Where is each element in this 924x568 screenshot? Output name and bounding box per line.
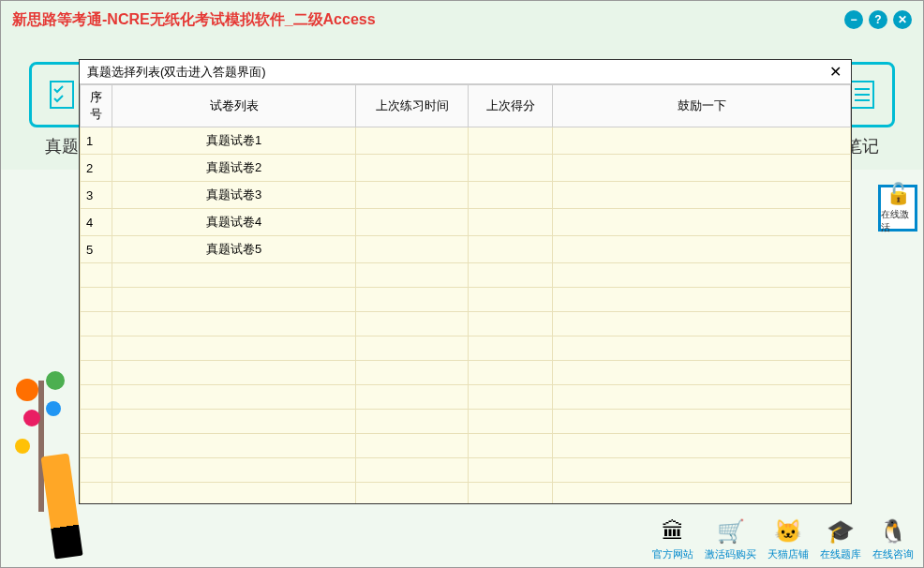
link-icon: 🐱 (771, 517, 805, 546)
bottom-link-在线咨询[interactable]: 🐧在线咨询 (872, 517, 914, 561)
modal-title: 真题选择列表(双击进入答题界面) (87, 64, 266, 81)
link-icon: 🐧 (876, 517, 910, 546)
activate-label: 在线激活 (881, 208, 915, 234)
link-label: 天猫店铺 (768, 547, 809, 561)
bottom-links: 🏛官方网站🛒激活码购买🐱天猫店铺🎓在线题库🐧在线咨询 (652, 517, 914, 561)
table-row-empty (81, 385, 851, 410)
col-header-score[interactable]: 上次得分 (469, 85, 553, 127)
cell-name: 真题试卷1 (112, 127, 356, 155)
table-header-row: 序号 试卷列表 上次练习时间 上次得分 鼓励一下 (81, 85, 851, 127)
minimize-button[interactable]: − (844, 10, 863, 29)
table-row-empty (81, 361, 851, 385)
cell-no: 5 (81, 236, 112, 263)
titlebar: 新思路等考通-NCRE无纸化考试模拟软件_二级Access − ? ✕ (1, 1, 923, 38)
cell-encourage (553, 236, 851, 263)
table-row[interactable]: 5真题试卷5 (81, 236, 851, 263)
table-row-empty (81, 410, 851, 434)
cell-name: 真题试卷2 (112, 155, 356, 182)
cell-score (469, 155, 553, 182)
table-row-empty (81, 288, 851, 312)
svg-point-8 (23, 410, 40, 426)
cell-no: 1 (81, 127, 112, 155)
cell-score (469, 209, 553, 236)
cell-encourage (553, 155, 851, 182)
svg-rect-0 (51, 82, 73, 108)
window-controls: − ? ✕ (844, 10, 912, 29)
col-header-time[interactable]: 上次练习时间 (356, 85, 469, 127)
modal-body: 序号 试卷列表 上次练习时间 上次得分 鼓励一下 1真题试卷12真题试卷23真题… (80, 84, 851, 503)
cell-score (469, 236, 553, 263)
table-row-empty (81, 434, 851, 458)
link-icon: 🏛 (656, 517, 690, 546)
svg-point-9 (46, 401, 61, 416)
svg-point-6 (16, 379, 38, 401)
cell-score (469, 127, 553, 155)
svg-point-7 (46, 371, 65, 390)
table-row[interactable]: 4真题试卷4 (81, 209, 851, 236)
lock-icon: 🔓 (886, 182, 911, 206)
modal-header: 真题选择列表(双击进入答题界面) ✕ (80, 60, 851, 84)
modal-close-button[interactable]: ✕ (827, 63, 843, 81)
table-row[interactable]: 2真题试卷2 (81, 155, 851, 182)
link-label: 激活码购买 (705, 547, 756, 561)
bottom-link-天猫店铺[interactable]: 🐱天猫店铺 (768, 517, 809, 561)
bottom-link-激活码购买[interactable]: 🛒激活码购买 (705, 517, 756, 561)
table-row-empty (81, 458, 851, 483)
cell-time (356, 127, 469, 155)
table-row-empty (81, 483, 851, 504)
table-row[interactable]: 3真题试卷3 (81, 182, 851, 209)
exam-list-modal: 真题选择列表(双击进入答题界面) ✕ 序号 试卷列表 上次练习时间 上次得分 鼓… (79, 59, 852, 504)
table-row-empty (81, 263, 851, 288)
cell-no: 4 (81, 209, 112, 236)
cell-encourage (553, 182, 851, 209)
cell-time (356, 209, 469, 236)
link-label: 在线咨询 (872, 547, 914, 561)
cell-no: 3 (81, 182, 112, 209)
cell-time (356, 236, 469, 263)
cell-score (469, 182, 553, 209)
help-button[interactable]: ? (869, 10, 887, 29)
cell-name: 真题试卷3 (112, 182, 356, 209)
bottom-link-在线题库[interactable]: 🎓在线题库 (820, 517, 861, 561)
col-header-encourage[interactable]: 鼓励一下 (553, 85, 851, 127)
svg-point-10 (15, 439, 30, 454)
exam-table: 序号 试卷列表 上次练习时间 上次得分 鼓励一下 1真题试卷12真题试卷23真题… (80, 84, 851, 503)
nav-label: 真题 (45, 135, 79, 157)
cell-encourage (553, 209, 851, 236)
app-title: 新思路等考通-NCRE无纸化考试模拟软件_二级Access (12, 10, 376, 30)
col-header-list[interactable]: 试卷列表 (112, 85, 356, 127)
bottom-link-官方网站[interactable]: 🏛官方网站 (652, 517, 693, 561)
cell-time (356, 182, 469, 209)
table-row-empty (81, 336, 851, 361)
link-label: 官方网站 (652, 547, 693, 561)
cell-name: 真题试卷4 (112, 209, 356, 236)
link-icon: 🎓 (824, 517, 857, 546)
cell-time (356, 155, 469, 182)
link-icon: 🛒 (714, 517, 748, 546)
cell-no: 2 (81, 155, 112, 182)
col-header-no[interactable]: 序号 (81, 85, 112, 127)
activate-button[interactable]: 🔓 在线激活 (878, 185, 917, 232)
link-label: 在线题库 (820, 547, 861, 561)
table-row[interactable]: 1真题试卷1 (81, 127, 851, 155)
table-row-empty (81, 312, 851, 336)
cell-encourage (553, 127, 851, 155)
close-button[interactable]: ✕ (893, 10, 912, 29)
cell-name: 真题试卷5 (112, 236, 356, 263)
